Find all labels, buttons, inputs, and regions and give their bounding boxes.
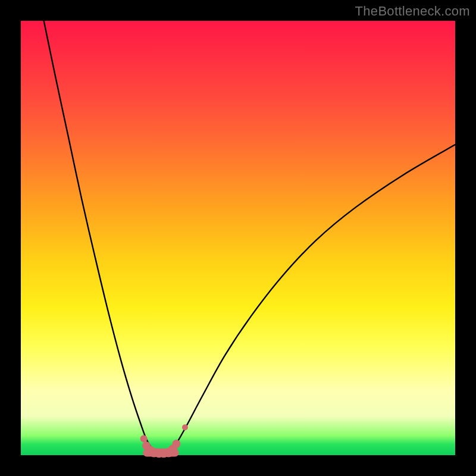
curves-svg — [21, 21, 455, 455]
trough-marker — [172, 440, 180, 448]
chart-frame: TheBottleneck.com — [0, 0, 476, 476]
credit-text: TheBottleneck.com — [355, 4, 470, 19]
right-curve — [168, 145, 455, 453]
trough-marker — [182, 424, 188, 430]
trough-marker — [140, 435, 148, 442]
plot-area — [21, 21, 455, 455]
left-curve — [44, 21, 162, 453]
